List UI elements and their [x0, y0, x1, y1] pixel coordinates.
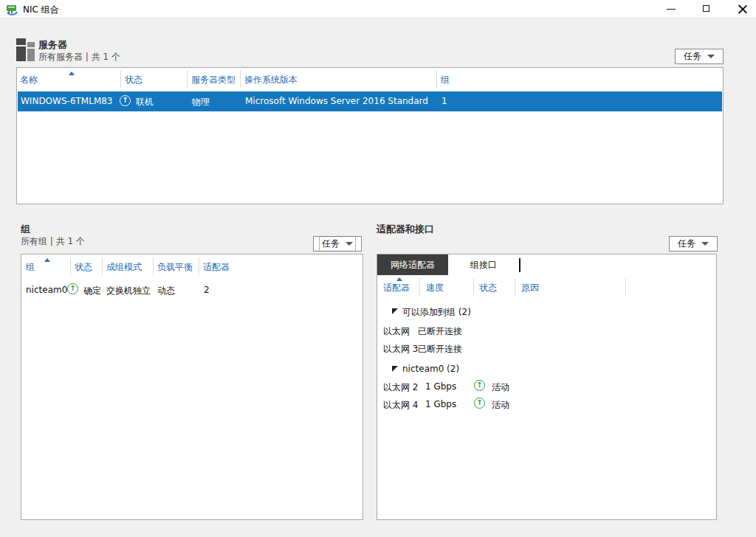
- servers-col-status[interactable]: 状态: [125, 74, 142, 86]
- teams-section-subtitle: 所有组 | 共 1 个: [21, 235, 85, 248]
- team-adapters: 2: [204, 285, 210, 295]
- teams-col-status[interactable]: 状态: [75, 261, 92, 274]
- adapter-name: 以太网: [383, 325, 410, 338]
- adapter-group-label: nicteam0 (2): [402, 364, 459, 374]
- teams-table: 组 状态 成组模式 负载平衡 适配器 nicteam0 确定 交换机独立 动态 …: [21, 254, 363, 520]
- adapters-tasks-button[interactable]: 任务: [669, 236, 718, 252]
- servers-table: 名称 状态 服务器类型 操作系统版本 组 WINDOWS-6TMLM83 联机 …: [16, 67, 724, 204]
- server-name: WINDOWS-6TMLM83: [21, 96, 113, 106]
- adapter-state: 已断开连接: [418, 325, 462, 338]
- adapters-col-adapter[interactable]: 适配器: [383, 282, 410, 294]
- server-type: 物理: [192, 96, 210, 108]
- active-status-icon: [474, 380, 485, 391]
- tab-team-interfaces[interactable]: 组接口: [457, 254, 510, 275]
- servers-col-type[interactable]: 服务器类型: [191, 74, 236, 86]
- adapter-state: 已断开连接: [418, 343, 462, 356]
- adapters-tasks-label: 任务: [678, 238, 695, 250]
- teams-col-team[interactable]: 组: [26, 261, 35, 274]
- sort-ascending-icon: [44, 258, 50, 262]
- servers-col-team[interactable]: 组: [441, 74, 450, 86]
- servers-col-name[interactable]: 名称: [20, 74, 38, 86]
- active-status-icon: [474, 398, 485, 409]
- adapter-state: 活动: [492, 381, 509, 394]
- servers-tasks-label: 任务: [684, 50, 701, 63]
- servers-tile-icon: [16, 38, 36, 61]
- chevron-down-icon: [701, 242, 709, 246]
- adapter-name: 以太网 4: [383, 399, 418, 412]
- adapters-col-speed[interactable]: 速度: [426, 282, 444, 294]
- minimize-icon: [667, 9, 676, 10]
- team-name: nicteam0: [26, 285, 67, 295]
- minimize-button[interactable]: [660, 0, 682, 18]
- teams-col-adapters[interactable]: 适配器: [203, 261, 230, 274]
- collapse-triangle-icon: [392, 366, 398, 372]
- restore-icon: [703, 5, 709, 12]
- online-status-icon: [120, 95, 131, 106]
- adapter-name: 以太网 2: [383, 381, 418, 394]
- server-status: 联机: [136, 96, 154, 108]
- tab-network-adapters[interactable]: 网络适配器: [377, 254, 448, 275]
- teams-section-title: 组: [21, 223, 30, 236]
- adapters-panel: 网络适配器 组接口 适配器 速度 状态 原因 可以添加到组 (2) 以太网 已断…: [377, 254, 717, 520]
- nic-app-icon: [6, 3, 18, 15]
- adapters-section-title: 适配器和接口: [377, 223, 434, 236]
- servers-col-os[interactable]: 操作系统版本: [244, 74, 298, 86]
- adapters-col-status[interactable]: 状态: [479, 282, 497, 294]
- adapter-group-label: 可以添加到组 (2): [402, 306, 471, 319]
- team-lb: 动态: [157, 285, 175, 297]
- window-title: NIC 组合: [23, 4, 59, 16]
- close-button[interactable]: [732, 0, 754, 18]
- adapter-name: 以太网 3: [383, 343, 418, 356]
- chevron-down-icon: [346, 242, 353, 246]
- restore-button[interactable]: [696, 0, 718, 18]
- adapter-speed: 1 Gbps: [425, 381, 456, 392]
- adapter-state: 活动: [492, 399, 509, 412]
- titlebar: NIC 组合: [0, 0, 756, 18]
- servers-section-subtitle: 所有服务器 | 共 1 个: [38, 51, 120, 63]
- text-cursor: [519, 258, 520, 272]
- team-mode: 交换机独立: [106, 285, 151, 297]
- server-os: Microsoft Windows Server 2016 Standard: [245, 96, 428, 106]
- teams-tasks-button[interactable]: 任务: [313, 236, 362, 252]
- teams-col-mode[interactable]: 成组模式: [106, 261, 142, 274]
- server-row[interactable]: WINDOWS-6TMLM83 联机 物理 Microsoft Windows …: [18, 91, 722, 111]
- adapters-col-reason[interactable]: 原因: [521, 282, 539, 294]
- adapter-speed: 1 Gbps: [425, 399, 456, 409]
- team-status: 确定: [83, 285, 101, 297]
- collapse-triangle-icon: [392, 308, 398, 314]
- servers-tasks-button[interactable]: 任务: [675, 49, 724, 64]
- servers-section-title: 服务器: [38, 38, 67, 52]
- sort-ascending-icon: [396, 277, 402, 281]
- sort-ascending-icon: [69, 72, 75, 75]
- team-ok-status-icon: [67, 283, 78, 294]
- server-team-count: 1: [441, 96, 447, 106]
- teams-col-lb[interactable]: 负载平衡: [157, 261, 193, 274]
- teams-tasks-label: 任务: [322, 238, 340, 250]
- chevron-down-icon: [707, 55, 715, 58]
